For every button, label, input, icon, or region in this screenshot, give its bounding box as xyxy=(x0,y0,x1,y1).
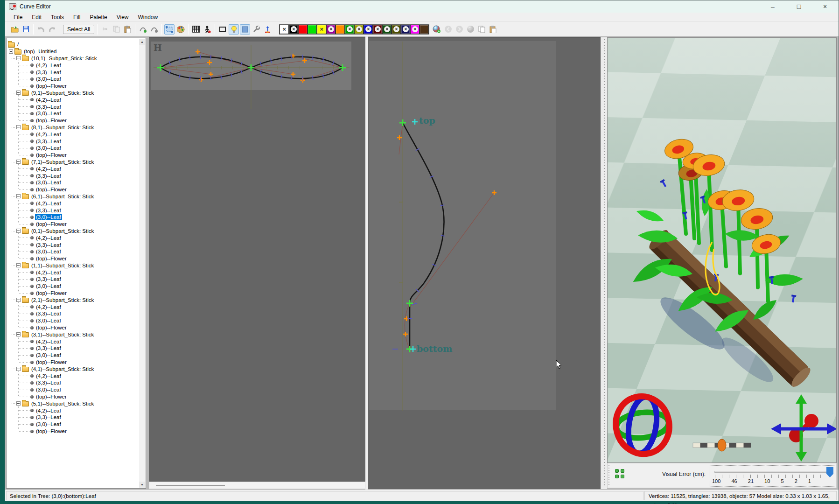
minimize-button[interactable]: – xyxy=(766,3,780,10)
close-button[interactable]: × xyxy=(818,3,832,10)
color-swatch-10[interactable]: × xyxy=(373,25,382,34)
tree-item-leaf[interactable]: (3,0)--Leaf xyxy=(7,179,139,186)
tree-item-leaf[interactable]: (4,2)--Leaf xyxy=(7,338,139,345)
tree-item-leaf[interactable]: (3,0)--Leaf xyxy=(7,76,139,83)
tree-item-leaf[interactable]: (top)--Flower xyxy=(7,152,139,159)
dolly-handle[interactable] xyxy=(718,439,726,451)
tree-item-leaf[interactable]: (4,2)--Leaf xyxy=(7,372,139,379)
tree-item-leaf[interactable]: (top)--Flower xyxy=(7,393,139,400)
menu-item-fill[interactable]: Fill xyxy=(69,13,85,21)
cut-icon[interactable]: ✂ xyxy=(100,24,110,35)
menu-item-file[interactable]: File xyxy=(9,13,27,21)
menu-item-tools[interactable]: Tools xyxy=(46,13,69,21)
mannequin-icon[interactable] xyxy=(202,24,212,35)
color-swatch-11[interactable]: × xyxy=(382,25,392,34)
fill-square-icon[interactable] xyxy=(240,24,250,35)
tree-item-leaf[interactable]: (3,3)--Leaf xyxy=(7,379,139,386)
maximize-button[interactable]: □ xyxy=(792,3,806,10)
tree-item-top[interactable]: (top)--Untitled xyxy=(7,48,139,55)
menu-item-window[interactable]: Window xyxy=(133,13,163,21)
vertical-curve-canvas[interactable]: top bottom xyxy=(368,38,601,490)
undo-button[interactable] xyxy=(36,24,46,35)
viewport-splitter[interactable] xyxy=(601,37,607,489)
tree-item-leaf[interactable]: (3,0)--Leaf xyxy=(7,248,139,255)
tree-item-leaf[interactable]: (3,0)--Leaf xyxy=(7,145,139,152)
history-back-icon[interactable] xyxy=(443,24,453,35)
viewport-3d[interactable] xyxy=(607,37,837,463)
tree-item-leaf[interactable]: (4,2)--Leaf xyxy=(7,234,139,241)
visual-error-slider[interactable]: 100462110521 xyxy=(709,465,835,487)
panel-splitter[interactable] xyxy=(365,36,368,490)
tree-item-leaf[interactable]: (4,2)--Leaf xyxy=(7,407,139,414)
expander-icon[interactable] xyxy=(16,229,21,233)
tree-item-subpart-1[interactable]: (9,1)--Subpart_Stick: Stick xyxy=(7,90,139,97)
tree-item-subpart-3[interactable]: (7,1)--Subpart_Stick: Stick xyxy=(7,159,139,166)
redo-button[interactable] xyxy=(47,24,57,35)
paste-icon[interactable] xyxy=(122,24,133,35)
color-swatch-3[interactable] xyxy=(308,25,317,34)
color-swatch-2[interactable] xyxy=(298,25,308,34)
frame-icon[interactable] xyxy=(217,24,228,35)
copy-icon[interactable] xyxy=(111,24,121,35)
tree-scrollbar[interactable]: ▲ ▼ xyxy=(139,39,145,488)
tree-item-leaf[interactable]: (4,2)--Leaf xyxy=(7,62,139,69)
color-swatch-14[interactable]: × xyxy=(410,25,420,34)
scene-tree-panel[interactable]: /(top)--Untitled(10,1)--Subpart_Stick: S… xyxy=(6,38,146,489)
tree-item-leaf[interactable]: (top)--Flower xyxy=(7,255,139,262)
color-swatch-0[interactable]: × xyxy=(280,25,289,34)
curve-node-remove-icon[interactable] xyxy=(149,24,159,35)
axes-icon[interactable] xyxy=(262,24,273,35)
tree-item-leaf[interactable]: (top)--Flower xyxy=(7,83,139,90)
scroll-up-icon[interactable]: ▲ xyxy=(139,39,145,45)
expander-icon[interactable] xyxy=(16,367,21,371)
tree-item-leaf[interactable]: (3,3)--Leaf xyxy=(7,138,139,145)
tree-item-leaf[interactable]: (3,3)--Leaf xyxy=(7,172,139,179)
expander-icon[interactable] xyxy=(16,125,21,129)
scrollbar-thumb[interactable] xyxy=(156,485,225,486)
tree-item-leaf[interactable]: (3,3)--Leaf xyxy=(7,414,139,421)
tree-item-leaf[interactable]: (top)--Flower xyxy=(7,359,139,366)
expander-icon[interactable] xyxy=(16,194,21,198)
tree-item-subpart-5[interactable]: (0,1)--Subpart_Stick: Stick xyxy=(7,228,139,235)
color-swatch-7[interactable]: × xyxy=(345,25,354,34)
menu-item-palette[interactable]: Palette xyxy=(85,13,112,21)
slider-groove[interactable] xyxy=(714,471,831,473)
tree-item-leaf[interactable]: (top)--Flower xyxy=(7,324,139,331)
expander-icon[interactable] xyxy=(16,160,21,164)
color-swatch-4[interactable]: × xyxy=(317,25,326,34)
menu-item-view[interactable]: View xyxy=(112,13,133,21)
tree-item-leaf[interactable]: (3,3)--Leaf xyxy=(7,310,139,317)
tree-item-leaf[interactable]: (3,0)--Leaf xyxy=(7,283,139,290)
sphere-icon[interactable] xyxy=(465,24,475,35)
wrench-icon[interactable] xyxy=(251,24,261,35)
scroll-down-icon[interactable]: ▼ xyxy=(139,482,145,488)
marquee-select-icon[interactable] xyxy=(164,24,175,35)
color-swatch-5[interactable]: × xyxy=(326,25,336,34)
curve-node-add-icon[interactable] xyxy=(138,24,148,35)
color-swatch-15[interactable] xyxy=(420,25,429,34)
tree-item-leaf[interactable]: (3,0)--Leaf xyxy=(7,386,139,393)
expander-icon[interactable] xyxy=(16,332,21,336)
color-swatch-12[interactable]: × xyxy=(392,25,401,34)
palette-icon[interactable] xyxy=(175,24,186,35)
tree-item-leaf[interactable]: (3,3)--Leaf xyxy=(7,241,139,248)
color-swatch-6[interactable] xyxy=(336,25,345,34)
menu-item-edit[interactable]: Edit xyxy=(27,13,46,21)
tree-item-leaf[interactable]: (4,2)--Leaf xyxy=(7,303,139,310)
tree-item-leaf[interactable]: (3,0)--Leaf xyxy=(7,352,139,359)
save-button[interactable] xyxy=(21,24,31,35)
tree-item-leaf[interactable]: (3,0)--Leaf xyxy=(7,317,139,324)
tree-item-leaf[interactable]: (3,0)--Leaf xyxy=(7,110,139,117)
tree-item-leaf[interactable]: (4,2)--Leaf xyxy=(7,200,139,207)
expander-icon[interactable] xyxy=(16,263,21,267)
color-swatch-9[interactable]: × xyxy=(364,25,373,34)
expander-icon[interactable] xyxy=(16,298,21,302)
curve-panel-vertical[interactable]: top bottom xyxy=(368,37,601,489)
color-swatch-8[interactable]: × xyxy=(354,25,364,34)
sphere-new-icon[interactable] xyxy=(432,24,442,35)
tree-item-leaf[interactable]: (4,2)--Leaf xyxy=(7,269,139,276)
tree-item-leaf[interactable]: (top)--Flower xyxy=(7,290,139,297)
copy-page-icon[interactable] xyxy=(476,24,487,35)
tree-item-leaf[interactable]: (top)--Flower xyxy=(7,428,139,435)
lightbulb-icon[interactable] xyxy=(229,24,239,35)
